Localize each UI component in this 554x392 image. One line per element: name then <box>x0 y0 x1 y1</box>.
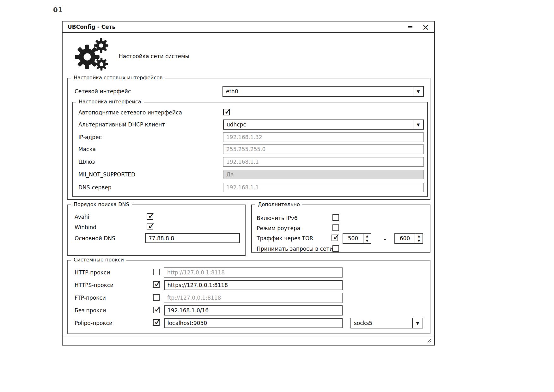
polipo-proxy-input[interactable] <box>164 318 343 328</box>
dns-server-input[interactable] <box>223 183 424 192</box>
http-proxy-input[interactable] <box>164 267 343 278</box>
polipo-proxy-checkbox[interactable]: ✓ <box>153 319 160 326</box>
dhcp-client-label: Альтернативный DHCP клиент <box>78 121 165 128</box>
no-proxy-input[interactable] <box>164 305 343 315</box>
dhcp-client-select[interactable]: udhcpc ▼ <box>223 119 424 130</box>
dhcp-client-value: udhcpc <box>224 120 413 129</box>
dns-order-legend: Порядок поиска DNS <box>71 201 132 207</box>
interface-label: Сетевой интерфейс <box>75 88 131 95</box>
network-interface-select[interactable]: eth0 ▼ <box>222 86 424 97</box>
chevron-down-icon[interactable]: ▼ <box>413 120 423 129</box>
check-icon: ✓ <box>154 279 161 289</box>
ipv6-checkbox[interactable]: ✓ <box>332 214 339 221</box>
system-proxy-group: Системные прокси HTTP-прокси ✓ HTTPS-про… <box>67 260 430 334</box>
check-icon: ✓ <box>148 210 155 221</box>
dns-order-group: Порядок поиска DNS Avahi ✓ Winbind ✓ Осн… <box>67 205 246 256</box>
ubconfig-window: UBConfig - Сеть × Настройка сети системы… <box>62 21 435 346</box>
tor-port-to-spinner[interactable]: 600 ▲ ▼ <box>394 233 423 244</box>
gateway-input[interactable] <box>223 157 424 167</box>
tor-traffic-label: Траффик через TOR <box>257 235 313 242</box>
no-proxy-label: Без прокси <box>75 307 106 314</box>
accept-requests-checkbox[interactable]: ✓ <box>332 245 339 252</box>
network-interfaces-group: Настройка сетевых интерфейсов Сетевой ин… <box>67 78 430 200</box>
spinner-buttons: ▲ ▼ <box>415 234 423 243</box>
avahi-checkbox[interactable]: ✓ <box>147 213 153 220</box>
window-title: UBConfig - Сеть <box>68 24 115 30</box>
dropdown-arrow-glyph: ▼ <box>417 122 420 127</box>
primary-dns-label: Основной DNS <box>75 235 115 242</box>
gear-icon <box>93 37 109 54</box>
system-proxy-legend: Системные прокси <box>71 257 126 263</box>
network-gears-icon <box>73 37 112 73</box>
dropdown-arrow-glyph: ▼ <box>416 321 419 326</box>
ip-address-input[interactable] <box>223 132 424 142</box>
interface-settings-group: Настройка интерфейса Автоподнятие сетево… <box>72 102 428 197</box>
network-interface-value: eth0 <box>223 87 413 96</box>
ftp-proxy-input[interactable] <box>164 293 343 303</box>
check-icon: ✓ <box>148 221 155 231</box>
gear-icon <box>94 57 109 71</box>
interface-settings-legend: Настройка интерфейса <box>76 99 144 105</box>
check-icon: ✓ <box>154 304 161 315</box>
https-proxy-checkbox[interactable]: ✓ <box>153 281 160 288</box>
gateway-label: Шлюз <box>78 159 95 165</box>
tor-port-from-spinner[interactable]: 500 ▲ ▼ <box>343 233 371 244</box>
https-proxy-label: HTTPS-прокси <box>75 282 113 288</box>
spin-down-icon[interactable]: ▼ <box>415 238 423 243</box>
additional-group: Дополнительно Включить IPv6 ✓ Режим роут… <box>251 205 430 253</box>
titlebar: UBConfig - Сеть × <box>63 21 434 33</box>
additional-legend: Дополнительно <box>255 201 302 207</box>
check-icon: ✓ <box>332 232 340 242</box>
no-proxy-checkbox[interactable]: ✓ <box>153 307 160 313</box>
tor-port-from-value: 500 <box>343 234 363 243</box>
ftp-proxy-checkbox[interactable]: ✓ <box>153 294 160 301</box>
http-proxy-checkbox[interactable]: ✓ <box>153 269 160 275</box>
router-mode-label: Режим роутера <box>257 225 300 231</box>
port-range-separator: - <box>384 236 386 242</box>
minimize-icon <box>408 26 412 28</box>
spinner-buttons: ▲ ▼ <box>363 234 371 243</box>
auto-up-label: Автоподнятие сетевого интерфейса <box>78 109 182 116</box>
accept-requests-label: Принимать запросы в сети <box>257 246 333 252</box>
check-icon: ✓ <box>154 316 161 327</box>
minimize-button[interactable] <box>407 24 413 30</box>
polipo-proxy-label: Polipo-прокси <box>75 320 113 326</box>
spin-down-icon[interactable]: ▼ <box>363 238 371 243</box>
page-number: 01 <box>53 6 63 14</box>
spin-up-icon[interactable]: ▲ <box>363 234 371 238</box>
netmask-label: Маска <box>78 146 96 152</box>
primary-dns-input[interactable] <box>145 233 240 243</box>
status-bar <box>63 336 434 345</box>
chevron-down-icon[interactable]: ▼ <box>412 318 423 328</box>
https-proxy-input[interactable] <box>164 280 343 290</box>
winbind-checkbox[interactable]: ✓ <box>147 224 153 230</box>
polipo-protocol-value: socks5 <box>351 318 412 328</box>
http-proxy-label: HTTP-прокси <box>75 269 110 276</box>
close-button[interactable]: × <box>422 23 429 31</box>
spin-up-icon[interactable]: ▲ <box>415 234 423 238</box>
winbind-label: Winbind <box>75 224 96 230</box>
avahi-label: Avahi <box>75 214 89 220</box>
netmask-input[interactable] <box>223 144 424 154</box>
network-interfaces-legend: Настройка сетевых интерфейсов <box>71 75 165 81</box>
check-icon: ✓ <box>224 106 232 117</box>
dns-server-label: DNS-сервер <box>78 184 112 191</box>
tor-checkbox[interactable]: ✓ <box>332 235 338 241</box>
dropdown-arrow-glyph: ▼ <box>417 89 420 94</box>
tor-port-to-value: 600 <box>395 234 415 243</box>
auto-up-checkbox[interactable]: ✓ <box>223 109 230 115</box>
dialog-description: Настройка сети системы <box>119 53 189 59</box>
resize-grip-icon[interactable] <box>427 338 432 343</box>
router-mode-checkbox[interactable]: ✓ <box>332 224 339 231</box>
chevron-down-icon[interactable]: ▼ <box>413 87 423 96</box>
mii-not-supported-input <box>223 170 424 179</box>
ftp-proxy-label: FTP-прокси <box>75 295 106 301</box>
window-controls: × <box>407 23 429 31</box>
ip-address-label: IP-адрес <box>78 134 102 140</box>
polipo-protocol-select[interactable]: socks5 ▼ <box>350 318 423 328</box>
mii-not-supported-label: MII_NOT_SUPPORTED <box>78 171 135 178</box>
ipv6-label: Включить IPv6 <box>257 215 298 221</box>
